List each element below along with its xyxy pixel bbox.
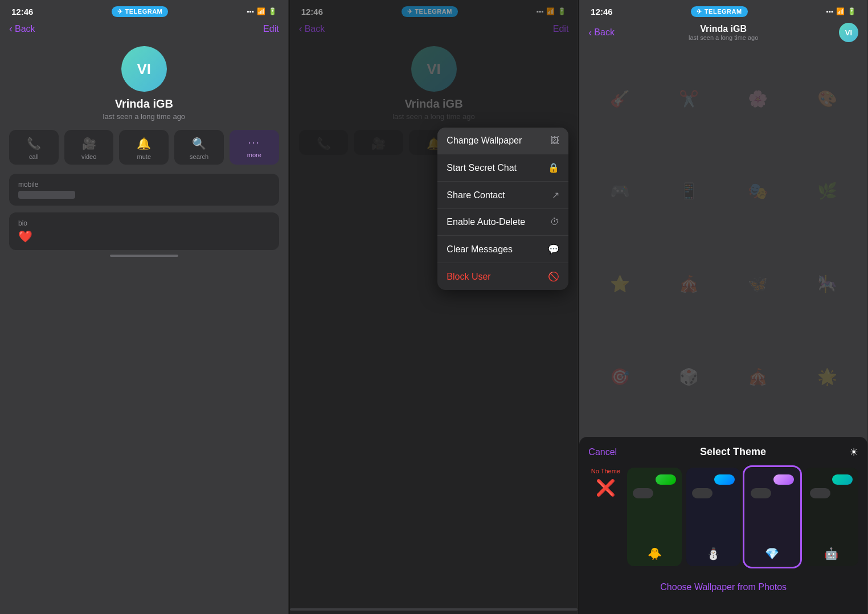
- doodle-16: 🌟: [793, 330, 862, 423]
- mobile-label-1: mobile: [18, 181, 270, 189]
- call-button-1[interactable]: 📞 call: [9, 130, 59, 165]
- more-icon-1: ···: [248, 137, 260, 149]
- bubble-left-purple: [751, 488, 771, 498]
- timer-icon: ⏱: [550, 217, 559, 227]
- doodle-2: ✂️: [654, 52, 723, 145]
- telegram-badge-3: ✈ TELEGRAM: [691, 6, 747, 17]
- block-user-label: Block User: [447, 272, 490, 282]
- back-button-1[interactable]: ‹ Back: [9, 23, 35, 35]
- bubble-top-dark: [832, 474, 853, 485]
- bubble-top-green: [656, 474, 676, 485]
- doodle-13: 🎯: [585, 330, 654, 423]
- dropdown-enable-auto-delete[interactable]: Enable Auto-Delete ⏱: [437, 209, 568, 236]
- screen-1: 12:46 ✈ TELEGRAM ▪▪▪ 📶 🔋 ‹ Back Edit: [0, 0, 289, 614]
- dropdown-block-user[interactable]: Block User 🚫: [437, 263, 568, 290]
- bubble-left-dark: [810, 488, 830, 498]
- info-cards-1: mobile bio ❤️: [0, 174, 288, 250]
- telegram-icon-1: ✈: [117, 8, 123, 15]
- doodle-7: 🎭: [723, 145, 792, 238]
- sheet-title-3: Select Theme: [700, 446, 766, 458]
- theme-grid: No Theme ❌ 🐥 ⛄: [588, 468, 858, 566]
- dropdown-start-secret-chat[interactable]: Start Secret Chat 🔒: [437, 154, 568, 182]
- block-icon: 🚫: [548, 271, 559, 282]
- call-label-1: call: [29, 153, 39, 160]
- clear-icon: 💬: [548, 244, 559, 255]
- enable-auto-delete-label: Enable Auto-Delete: [447, 217, 525, 227]
- edit-button-1[interactable]: Edit: [263, 24, 279, 34]
- no-theme-label: No Theme: [591, 468, 620, 475]
- theme-emoji-green: 🐥: [648, 547, 662, 560]
- bubble-left-blue: [692, 488, 713, 498]
- video-icon-1: 🎥: [82, 137, 96, 150]
- choose-wallpaper-button[interactable]: Choose Wallpaper from Photos: [588, 578, 858, 597]
- more-label-1: more: [247, 152, 261, 158]
- screen-2: 12:46 ✈ TELEGRAM ▪▪▪ 📶 🔋 ‹ Back Edit: [290, 0, 579, 614]
- time-1: 12:46: [11, 7, 33, 17]
- telegram-icon-3: ✈: [697, 8, 702, 15]
- theme-emoji-purple: 💎: [765, 547, 779, 560]
- back-button-3[interactable]: ‹ Back: [588, 27, 615, 39]
- battery-icon-1: 🔋: [268, 7, 277, 15]
- bio-label-1: bio: [18, 219, 270, 227]
- doodle-5: 🎮: [585, 145, 654, 238]
- theme-option-green[interactable]: 🐥: [627, 468, 681, 566]
- doodle-12: 🎠: [793, 238, 862, 330]
- doodle-14: 🎲: [654, 330, 723, 423]
- theme-option-purple[interactable]: 💎: [745, 468, 799, 566]
- mute-button-1[interactable]: 🔔 mute: [119, 130, 169, 165]
- doodle-9: ⭐: [585, 238, 654, 330]
- sheet-header: Cancel Select Theme ☀: [588, 446, 858, 459]
- doodle-8: 🌿: [793, 145, 862, 238]
- mobile-card-1: mobile: [9, 174, 279, 206]
- chat-status-3: last seen a long time ago: [689, 34, 758, 41]
- wifi-icon-3: 📶: [836, 7, 845, 15]
- video-button-1[interactable]: 🎥 video: [64, 130, 114, 165]
- search-label-1: search: [190, 153, 208, 160]
- signal-icon-1: ▪▪▪: [247, 7, 254, 15]
- video-label-1: video: [81, 153, 96, 160]
- telegram-badge-1: ✈ TELEGRAM: [112, 6, 168, 17]
- mobile-value-1: [18, 191, 75, 199]
- bubble-top-blue: [714, 474, 735, 485]
- profile-section-1: VI Vrinda iGB last seen a long time ago: [0, 39, 288, 130]
- theme-option-blue[interactable]: ⛄: [686, 468, 740, 566]
- signal-icon-3: ▪▪▪: [826, 7, 833, 15]
- nav-avatar-3: VI: [839, 23, 858, 42]
- chevron-left-icon-1: ‹: [9, 23, 13, 35]
- no-theme-option[interactable]: No Theme ❌: [588, 468, 623, 497]
- nav-bar-1: ‹ Back Edit: [0, 21, 288, 39]
- clear-messages-label: Clear Messages: [447, 244, 513, 255]
- doodle-1: 🎸: [585, 52, 654, 145]
- profile-name-1: Vrinda iGB: [115, 97, 173, 110]
- wallpaper-icon: 🖼: [550, 136, 559, 146]
- theme-emoji-blue: ⛄: [706, 547, 720, 560]
- doodle-4: 🎨: [793, 52, 862, 145]
- dropdown-change-wallpaper[interactable]: Change Wallpaper 🖼: [437, 128, 568, 154]
- mute-icon-1: 🔔: [137, 137, 151, 150]
- dropdown-share-contact[interactable]: Share Contact ↗: [437, 182, 568, 209]
- more-button-1[interactable]: ··· more: [230, 130, 279, 165]
- search-button-1[interactable]: 🔍 search: [174, 130, 224, 165]
- nav-bar-3: ‹ Back Vrinda iGB last seen a long time …: [579, 21, 867, 47]
- theme-emoji-dark: 🤖: [824, 547, 838, 560]
- home-indicator-1: [110, 255, 178, 257]
- doodle-6: 📱: [654, 145, 723, 238]
- bubble-top-purple: [773, 474, 794, 485]
- start-secret-chat-label: Start Secret Chat: [447, 163, 517, 173]
- doodle-15: 🎪: [723, 330, 792, 423]
- doodle-10: 🎪: [654, 238, 723, 330]
- status-icons-3: ▪▪▪ 📶 🔋: [826, 7, 856, 15]
- chevron-left-icon-3: ‹: [588, 27, 592, 39]
- dropdown-menu[interactable]: Change Wallpaper 🖼 Start Secret Chat 🔒 S…: [437, 128, 568, 290]
- nav-title-center-3: Vrinda iGB last seen a long time ago: [689, 24, 758, 41]
- status-bar-3: 12:46 ✈ TELEGRAM ▪▪▪ 📶 🔋: [579, 0, 867, 21]
- lock-icon: 🔒: [548, 162, 559, 173]
- status-bar-1: 12:46 ✈ TELEGRAM ▪▪▪ 📶 🔋: [0, 0, 288, 21]
- theme-option-dark[interactable]: 🤖: [804, 468, 858, 566]
- dropdown-clear-messages[interactable]: Clear Messages 💬: [437, 236, 568, 263]
- brightness-icon[interactable]: ☀: [849, 446, 858, 459]
- doodle-11: 🦋: [723, 238, 792, 330]
- bubble-left-green: [633, 488, 653, 498]
- mute-label-1: mute: [137, 153, 151, 160]
- cancel-button-3[interactable]: Cancel: [588, 447, 617, 457]
